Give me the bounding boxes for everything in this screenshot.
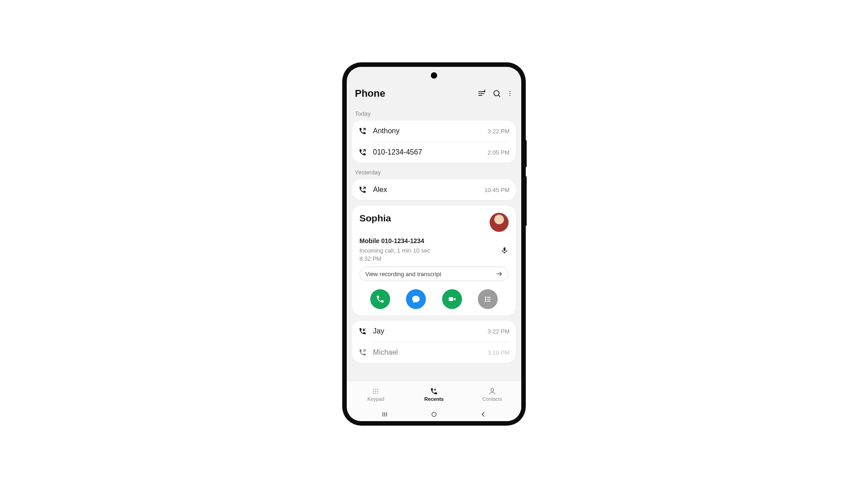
nav-label: Recents [425, 396, 444, 402]
keypad-icon [371, 387, 381, 395]
contacts-icon [487, 387, 497, 395]
more-icon[interactable] [507, 88, 513, 99]
svg-point-26 [373, 391, 374, 392]
call-name: Michael [373, 348, 481, 357]
arrow-right-icon [495, 270, 503, 277]
svg-point-27 [375, 391, 376, 392]
phone-side-button [525, 176, 527, 226]
call-row[interactable]: Michael 3:10 PM [352, 342, 516, 363]
call-time: 3:10 PM [488, 349, 509, 356]
call-row[interactable]: 010-1234-4567 2:05 PM [352, 142, 516, 163]
svg-point-5 [509, 91, 510, 92]
call-button[interactable] [370, 289, 390, 309]
outgoing-call-icon [359, 148, 367, 156]
svg-point-28 [377, 391, 378, 392]
svg-point-31 [377, 393, 378, 394]
svg-point-32 [491, 389, 494, 391]
today-group: Anthony 3:22 PM 010-1234-4567 2:05 PM [352, 121, 516, 163]
phone-screen: Phone [347, 67, 521, 421]
call-name: Jay [373, 327, 481, 335]
yesterday-group: Alex 10:45 PM [352, 179, 516, 200]
svg-point-19 [485, 300, 486, 301]
page-title: Phone [355, 88, 472, 99]
view-recording-button[interactable]: View recording and transcript [359, 267, 509, 281]
svg-point-15 [485, 297, 486, 298]
nav-label: Keypad [368, 396, 384, 402]
outgoing-call-icon [359, 127, 367, 135]
message-button[interactable] [406, 289, 426, 309]
below-group: Jay 3:22 PM Michael 3:10 PM [352, 321, 516, 363]
call-meta: Incoming call, 1 min 10 sec [359, 247, 430, 254]
call-time: 2:05 PM [488, 149, 509, 156]
view-recording-label: View recording and transcript [365, 271, 441, 277]
details-button[interactable] [478, 289, 498, 309]
recent-apps-button[interactable] [381, 410, 389, 418]
avatar[interactable] [490, 213, 509, 232]
call-time: 3:22 PM [488, 128, 509, 135]
outgoing-call-icon [359, 186, 367, 194]
contact-name: Sophia [359, 213, 391, 224]
svg-point-29 [373, 393, 374, 394]
nav-label: Contacts [482, 396, 502, 402]
call-time: 10:45 PM [484, 187, 509, 193]
system-nav-bar [347, 408, 521, 421]
call-name: 010-1234-4567 [373, 148, 481, 156]
phone-frame: Phone [343, 63, 525, 425]
call-time: 3:22 PM [488, 328, 509, 335]
call-row[interactable]: Jay 3:22 PM [352, 321, 516, 342]
svg-marker-14 [453, 298, 455, 301]
call-name: Alex [373, 186, 478, 194]
svg-line-4 [499, 95, 500, 97]
incoming-call-icon [359, 327, 367, 335]
stage: Phone [0, 0, 868, 488]
call-log: Today Anthony 3:22 PM [347, 104, 521, 381]
bottom-nav: Keypad Recents Contacts [347, 381, 521, 408]
svg-point-7 [509, 95, 510, 96]
quick-actions [359, 289, 509, 309]
svg-point-6 [509, 93, 510, 94]
search-icon[interactable] [491, 88, 502, 99]
svg-point-3 [494, 90, 499, 96]
svg-point-24 [375, 389, 376, 389]
nav-contacts[interactable]: Contacts [463, 381, 521, 408]
svg-point-30 [375, 393, 376, 394]
call-detail-card: Sophia Mobile 010-1234-1234 Incoming cal… [352, 206, 516, 315]
svg-point-23 [373, 389, 374, 389]
svg-rect-13 [448, 297, 453, 301]
call-row[interactable]: Alex 10:45 PM [352, 179, 516, 200]
section-label-today: Today [352, 104, 516, 121]
outgoing-call-icon [359, 348, 367, 357]
recording-icon [500, 246, 509, 254]
filter-icon[interactable] [476, 88, 487, 99]
section-label-yesterday: Yesterday [352, 163, 516, 179]
contact-number: Mobile 010-1234-1234 [359, 237, 509, 244]
call-row[interactable]: Anthony 3:22 PM [352, 121, 516, 141]
nav-keypad[interactable]: Keypad [347, 381, 405, 408]
call-time: 8:32 PM [359, 255, 509, 262]
phone-side-button [525, 140, 527, 167]
video-call-button[interactable] [442, 289, 462, 309]
back-button[interactable] [479, 410, 487, 418]
home-button[interactable] [430, 410, 438, 418]
svg-point-36 [432, 412, 436, 416]
svg-point-17 [485, 299, 486, 300]
recents-icon [429, 387, 439, 395]
svg-point-25 [377, 389, 378, 389]
call-name: Anthony [373, 127, 481, 135]
camera-punch-hole [431, 72, 437, 79]
nav-recents[interactable]: Recents [405, 381, 463, 408]
